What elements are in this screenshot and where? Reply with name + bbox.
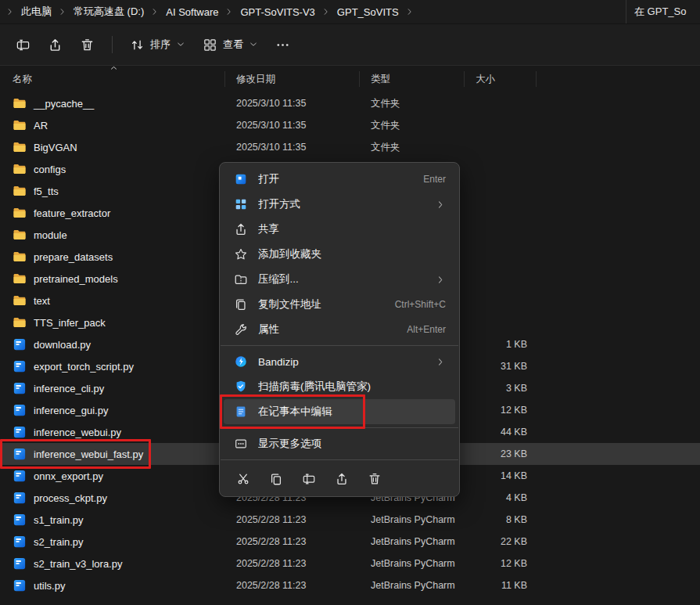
cut-button[interactable] [229,466,257,492]
menu-item-open-with[interactable]: 打开方式 [224,192,455,217]
breadcrumb-item[interactable]: 此电脑 [16,2,57,21]
menu-item-show-more-options[interactable]: 显示更多选项 [224,431,455,456]
context-menu-actions [220,463,459,493]
breadcrumb-item[interactable]: GPT-SoVITS-V3 [235,4,320,20]
menu-item-edit-in-notepad[interactable]: 在记事本中编辑 [224,399,455,424]
python-file-icon [13,556,27,571]
file-date: 2025/2/28 11:23 [225,580,360,591]
breadcrumb: 此电脑 常玩高速盘 (D:) AI Software GPT-SoVITS-V3… [16,0,415,23]
sort-label: 排序 [150,38,171,52]
file-name: inference_gui.py [34,405,108,416]
share-button[interactable] [328,466,356,492]
copy-button[interactable] [262,466,290,492]
chevron-right-icon [5,7,15,16]
file-date: 2025/2/28 11:23 [225,514,360,525]
share-icon [48,38,63,52]
menu-item-bandizip[interactable]: Bandizip [224,349,455,374]
chevron-right-icon [150,7,160,16]
context-menu: 打开 Enter 打开方式 共享 添加到收藏夹 压缩到... 复制文件地址 Ct… [219,162,460,497]
file-size: 12 KB [465,558,537,569]
toolbar-divider [112,36,113,53]
file-row[interactable]: BigVGAN 2025/3/10 11:35 文件夹 [0,136,700,158]
notepad-icon [233,404,249,420]
menu-item-label: 打开 [258,172,423,186]
column-header-name[interactable]: 名称 [0,71,225,87]
column-header-date[interactable]: 修改日期 [225,71,360,87]
menu-item-copy-file-path[interactable]: 复制文件地址 Ctrl+Shift+C [224,292,455,317]
file-date: 2025/3/10 11:35 [225,120,360,131]
file-name: TTS_infer_pack [34,317,106,329]
file-name: text [34,295,50,307]
rename-button[interactable] [295,466,323,492]
rename-button[interactable] [8,31,38,59]
file-row[interactable]: s1_train.py 2025/2/28 11:23 JetBrains Py… [0,509,700,531]
breadcrumb-item-label: 常玩高速盘 (D:) [74,5,144,17]
breadcrumb-item[interactable]: AI Software [160,4,224,20]
rename-icon [302,472,316,486]
breadcrumb-item[interactable]: 常玩高速盘 (D:) [68,2,149,21]
python-file-icon [13,425,27,439]
file-size: 12 KB [465,405,537,416]
menu-item-scan-virus[interactable]: 扫描病毒(腾讯电脑管家) [224,374,455,399]
delete-button[interactable] [72,31,102,59]
file-name: s2_train_v3_lora.py [34,558,122,570]
chevron-right-icon [58,7,67,16]
search-input[interactable]: 在 GPT_So [626,0,700,23]
bandizip-icon [233,354,249,369]
shield-icon [233,379,249,394]
chevron-right-icon [405,7,415,16]
file-type: JetBrains PyCharm [360,558,465,569]
python-file-icon [13,359,27,373]
folder-icon [13,206,27,220]
rename-icon [16,38,31,52]
column-header-type[interactable]: 类型 [360,71,465,87]
file-name: download.py [34,339,91,351]
menu-separator [221,427,458,428]
file-row[interactable]: s2_train_v3_lora.py 2025/2/28 11:23 JetB… [0,553,700,574]
menu-separator [221,459,458,460]
menu-item-open[interactable]: 打开 Enter [224,167,455,192]
sort-ascending-icon [109,63,118,72]
file-size: 8 KB [465,514,537,525]
menu-item-share[interactable]: 共享 [224,217,455,242]
menu-item-add-to-favorites[interactable]: 添加到收藏夹 [224,242,455,267]
toolbar: 排序 查看 [0,24,700,66]
menu-item-shortcut [436,275,446,285]
app-icon [233,171,249,187]
view-button[interactable]: 查看 [195,31,266,59]
trash-icon [80,38,95,52]
python-file-icon [13,469,27,483]
delete-button[interactable] [361,466,389,492]
file-row[interactable]: s2_train.py 2025/2/28 11:23 JetBrains Py… [0,531,700,553]
share-button[interactable] [40,31,70,59]
file-type: 文件夹 [360,97,465,110]
column-header-size[interactable]: 大小 [465,71,537,87]
file-explorer-window: 此电脑 常玩高速盘 (D:) AI Software GPT-SoVITS-V3… [0,0,700,605]
menu-separator [221,345,458,346]
file-row[interactable]: AR 2025/3/10 11:35 文件夹 [0,114,700,136]
file-size: 23 KB [465,448,537,459]
file-name: pretrained_models [34,273,118,285]
open-with-icon [233,196,249,212]
file-row[interactable]: __pycache__ 2025/3/10 11:35 文件夹 [0,92,700,114]
file-size: 22 KB [465,536,537,547]
file-size: 44 KB [465,427,537,438]
menu-item-label: 扫描病毒(腾讯电脑管家) [258,380,446,394]
wrench-icon [233,322,249,337]
file-name: inference_webui.py [34,427,121,438]
chevron-down-icon [249,40,258,49]
sort-button[interactable]: 排序 [122,31,193,59]
file-date: 2025/2/28 11:23 [225,536,360,547]
file-type: 文件夹 [360,119,465,132]
submenu-chevron-icon [436,200,446,210]
file-row[interactable]: utils.py 2025/2/28 11:23 JetBrains PyCha… [0,574,700,596]
menu-item-properties[interactable]: 属性 Alt+Enter [224,317,455,342]
breadcrumb-item[interactable]: GPT_SoVITS [332,4,404,20]
menu-item-label: 属性 [258,322,407,337]
python-file-icon [13,578,27,592]
menu-item-label: 显示更多选项 [258,437,446,451]
menu-item-compress-to[interactable]: 压缩到... [224,267,455,292]
file-type: JetBrains PyCharm [360,580,465,591]
folder-icon [13,293,27,308]
more-options-button[interactable] [267,31,298,59]
